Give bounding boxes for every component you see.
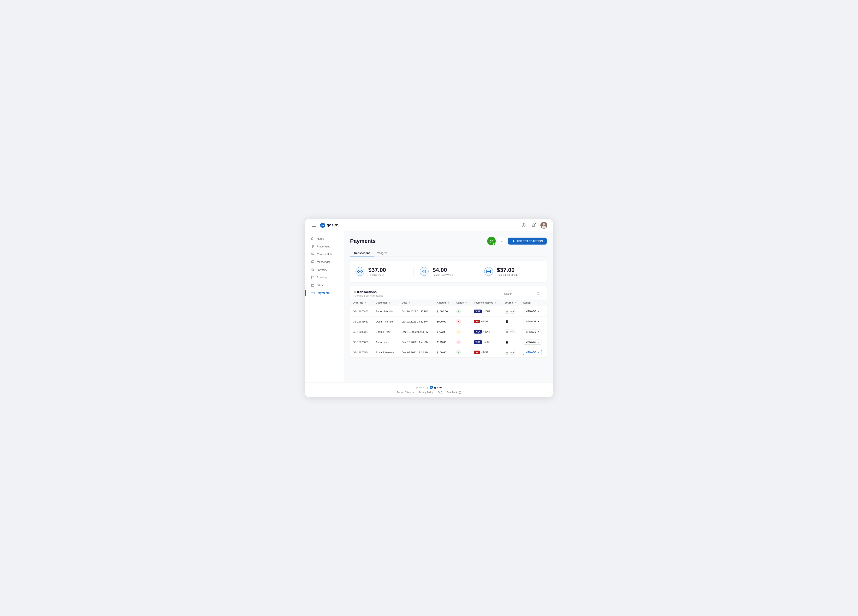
svg-point-9 — [313, 253, 314, 254]
status-cell: ✕ — [454, 337, 471, 347]
col-order-no[interactable]: Order No ▼ — [350, 300, 373, 306]
action-cell: MANAGE ▼ — [520, 316, 547, 327]
contact-hub-icon — [311, 252, 314, 256]
manage-button[interactable]: MANAGE ▼ — [523, 309, 542, 314]
tab-transactions[interactable]: Transactions — [350, 250, 374, 257]
avatar[interactable] — [540, 222, 547, 229]
order-no-cell: GS-18676853 — [350, 337, 373, 347]
card-dots: ••5562 — [483, 341, 490, 344]
sidebar-item-reviews[interactable]: Reviews — [307, 266, 342, 273]
sidebar-item-sites[interactable]: Sites — [307, 282, 342, 289]
col-action: Action — [520, 300, 547, 306]
date-cell: Dec 18 2022 06:13 PM — [399, 327, 434, 337]
quickbooks-badge[interactable]: QB ✓ — [487, 237, 496, 245]
col-source[interactable]: Source ▼ — [502, 300, 521, 306]
svg-point-13 — [312, 284, 312, 285]
table-row: GS-18675863 Elmer Schmidt Jan 10 2023 01… — [350, 306, 547, 316]
col-date[interactable]: Date ▼ — [399, 300, 434, 306]
customer-cell: Rosa Johansen — [373, 347, 399, 358]
manage-button[interactable]: MANAGE ▼ — [523, 339, 542, 345]
logo-icon — [320, 222, 325, 228]
search-input[interactable] — [504, 292, 535, 295]
stat-total-revenue: $37.00 Total Revenue — [355, 266, 413, 277]
page-actions: QB ✓ ADD TRANSACTION — [487, 237, 547, 245]
payment-method-cell: mc ••2253 — [471, 316, 502, 327]
invoice-source-icon: ▤ — [505, 350, 509, 355]
page-title: Payments — [350, 238, 376, 244]
payment-method-cell: VISA ••5562 — [471, 337, 502, 347]
placement-icon — [311, 245, 314, 248]
payment-method-cell: mc ••4452 — [471, 347, 502, 358]
manage-button[interactable]: MANAGE ▼ — [523, 319, 542, 324]
logo[interactable]: gosite — [320, 222, 338, 228]
col-payment-method[interactable]: Payment Method ▼ — [471, 300, 502, 306]
sidebar-item-payments[interactable]: Payments — [307, 289, 342, 297]
source-cell: ▤QB↺ — [502, 327, 521, 337]
stats-row: $37.00 Total Revenue — [355, 266, 542, 277]
info-icon: i — [519, 274, 521, 276]
date-cell: Jan 02 2023 03:41 PM — [399, 316, 434, 327]
sidebar: Home Placement Contact Hub — [305, 232, 344, 382]
hamburger-menu[interactable] — [311, 222, 317, 229]
col-amount[interactable]: Amount ▼ — [434, 300, 454, 306]
status-cell: ✕ — [454, 316, 471, 327]
status-badge-error: ✕ — [456, 319, 461, 324]
order-no-cell: GS-18675863 — [350, 306, 373, 316]
source-cell: ▤QB● — [502, 306, 521, 316]
total-revenue-label: Total Revenue — [368, 274, 386, 277]
card-dots: ••2253 — [481, 320, 488, 323]
export-button[interactable] — [498, 237, 506, 245]
help-button[interactable]: ? — [520, 222, 527, 229]
svg-point-6 — [542, 226, 546, 229]
avatar-image — [540, 222, 547, 229]
notification-button[interactable] — [530, 222, 537, 229]
help-icon: ? — [522, 223, 525, 227]
col-customer[interactable]: Customer ▼ — [373, 300, 399, 306]
source-cell: 📱 — [502, 316, 521, 327]
sidebar-item-messenger[interactable]: Messenger — [307, 258, 342, 266]
paid-month-amount: $37.00 — [497, 267, 521, 273]
col-status[interactable]: Status ▼ — [454, 300, 471, 306]
footer-link-faq[interactable]: FAQ — [438, 391, 442, 394]
mobile-source-icon: 📱 — [505, 340, 509, 344]
svg-point-5 — [543, 223, 545, 226]
manage-button[interactable]: MANAGE ▼ — [523, 329, 542, 334]
footer-link-terms[interactable]: Terms of Service — [397, 391, 414, 394]
manage-button[interactable]: MANAGE ▼ — [523, 350, 542, 355]
sidebar-item-contact-hub[interactable]: Contact Hub — [307, 250, 342, 258]
footer-link-privacy[interactable]: Privacy Policy — [418, 391, 433, 394]
source-cell: 📱 — [502, 337, 521, 347]
date-cell: Dec 07 2022 11:12 AM — [399, 347, 434, 358]
amount-cell: $70.00 — [434, 327, 454, 337]
status-cell: ⊙ — [454, 327, 471, 337]
add-transaction-button[interactable]: ADD TRANSACTION — [508, 238, 547, 244]
order-no-cell: GS-18688321 — [350, 327, 373, 337]
customer-cell: Aada Laine — [373, 337, 399, 347]
status-badge-success: ✓ — [456, 309, 461, 314]
sidebar-item-home[interactable]: Home — [307, 235, 342, 243]
date-cell: Dec 13 2022 11:41 AM — [399, 337, 434, 347]
date-cell: Jan 10 2023 01:47 PM — [399, 306, 434, 316]
sidebar-item-placement[interactable]: Placement — [307, 243, 342, 250]
stat-paid-week: $4.00 Paid in Last Week — [413, 266, 478, 277]
total-revenue-icon — [355, 266, 365, 277]
status-badge-error: ✕ — [456, 340, 461, 344]
page-header: Payments QB ✓ — [350, 237, 547, 245]
footer-links: Terms of Service Privacy Policy FAQ Feed… — [397, 391, 461, 394]
svg-point-27 — [430, 387, 431, 388]
table-row: GS-18645663 Oscar Thomsen Jan 02 2023 03… — [350, 316, 547, 327]
stats-card: $37.00 Total Revenue — [350, 261, 547, 282]
paid-week-amount: $4.00 — [432, 267, 453, 273]
svg-rect-16 — [312, 293, 312, 294]
footer-link-feedback[interactable]: Feedback — [447, 391, 461, 394]
header-right: ? — [520, 222, 547, 229]
svg-rect-11 — [311, 276, 314, 279]
sidebar-item-booking[interactable]: Booking — [307, 274, 342, 281]
table-title-block: 5 transactions Showing 5 of 5 transactio… — [354, 290, 383, 297]
tab-widgets[interactable]: Widgets — [374, 250, 390, 257]
qb-check-icon: ✓ — [493, 243, 496, 245]
action-cell: MANAGE ▼ — [520, 327, 547, 337]
paid-month-label: Paid in Last Month i — [497, 274, 521, 277]
order-no-cell: GS-18645663 — [350, 316, 373, 327]
amount-cell: $125.00 — [434, 337, 454, 347]
